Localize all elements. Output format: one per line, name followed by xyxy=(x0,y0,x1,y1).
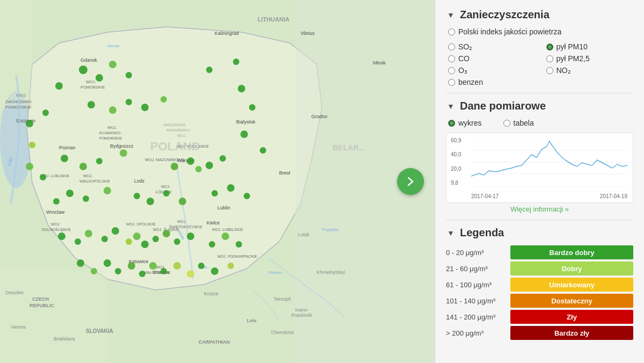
svg-point-100 xyxy=(206,162,213,169)
svg-point-97 xyxy=(171,163,178,170)
zanieczyszczenia-chevron[interactable]: ▼ xyxy=(446,10,456,20)
svg-point-105 xyxy=(104,187,111,194)
radio-no2-label: NO₂ xyxy=(557,66,571,75)
radio-tabela-input[interactable] xyxy=(503,120,510,127)
radio-benzen[interactable]: benzen xyxy=(448,78,536,86)
radio-no2-input[interactable] xyxy=(546,67,553,74)
svg-point-139 xyxy=(211,267,218,275)
svg-point-130 xyxy=(104,259,111,267)
map-next-button[interactable] xyxy=(397,168,424,195)
radio-wykres[interactable]: wykres xyxy=(448,119,482,127)
radio-so2[interactable]: SO₂ xyxy=(448,42,536,51)
dane-pomiarowe-section: ▼ Dane pomiarowe wykres tabela 60,9 40,0… xyxy=(446,100,633,213)
svg-text:WOJ.: WOJ. xyxy=(107,126,117,129)
svg-point-132 xyxy=(128,262,135,270)
radio-benzen-input[interactable] xyxy=(448,79,455,86)
radio-pm25[interactable]: pył PM2,5 xyxy=(546,54,634,63)
svg-text:WOJ.: WOJ. xyxy=(51,222,61,226)
svg-text:POMORSKIE: POMORSKIE xyxy=(80,85,105,90)
svg-point-122 xyxy=(163,230,170,237)
svg-point-85 xyxy=(109,106,116,114)
svg-point-137 xyxy=(187,270,194,278)
legenda-bar-3: Dostateczny xyxy=(510,294,633,308)
svg-text:POMORSKIE: POMORSKIE xyxy=(99,136,122,140)
svg-text:Lviv: Lviv xyxy=(247,318,257,323)
svg-text:Lodz: Lodz xyxy=(134,178,145,184)
radio-benzen-label: benzen xyxy=(458,78,483,86)
chart-container: 60,9 40,0 20,0 9,8 xyxy=(446,133,633,203)
svg-point-135 xyxy=(160,268,167,274)
svg-text:SLOVAKIA: SLOVAKIA xyxy=(86,328,113,334)
y-label-top: 60,9 xyxy=(451,137,461,143)
svg-point-106 xyxy=(134,193,140,199)
svg-point-125 xyxy=(209,241,215,248)
svg-text:Brest: Brest xyxy=(279,170,291,176)
svg-point-84 xyxy=(87,101,95,108)
radio-co[interactable]: CO xyxy=(448,54,536,63)
legenda-bar-2: Umiarkowany xyxy=(510,278,633,292)
radio-tabela[interactable]: tabela xyxy=(503,119,534,127)
dane-pomiarowe-chevron[interactable]: ▼ xyxy=(446,101,456,111)
radio-so2-label: SO₂ xyxy=(458,42,472,51)
radio-wykres-input[interactable] xyxy=(448,120,455,127)
radio-o3-input[interactable] xyxy=(448,67,455,74)
svg-text:DOLNOŚLĄSKIE: DOLNOŚLĄSKIE xyxy=(42,227,71,232)
legenda-bar-4: Zły xyxy=(510,310,633,324)
svg-text:Poznan: Poznan xyxy=(59,145,76,150)
legenda-row: 141 - 200 μg/m³Zły xyxy=(446,310,633,324)
svg-point-76 xyxy=(109,61,116,68)
svg-point-115 xyxy=(85,230,92,237)
legenda-row: 0 - 20 μg/m³Bardzo dobry xyxy=(446,245,633,259)
svg-text:Kielce: Kielce xyxy=(207,220,220,226)
svg-text:Khmelnytskyi: Khmelnytskyi xyxy=(317,270,345,275)
svg-text:CARPATHIAN: CARPATHIAN xyxy=(199,339,230,345)
legenda-range-5: > 200 μg/m³ xyxy=(446,329,510,337)
svg-point-101 xyxy=(219,155,226,162)
radio-co-label: CO xyxy=(458,54,470,63)
radio-so2-input[interactable] xyxy=(448,43,455,50)
svg-rect-2 xyxy=(0,0,32,107)
svg-point-138 xyxy=(198,263,204,269)
radio-polski-indeks-input[interactable] xyxy=(448,28,455,35)
divider-2 xyxy=(446,220,633,220)
radio-pm10-input[interactable] xyxy=(546,43,553,50)
legenda-section: ▼ Legenda 0 - 20 μg/m³Bardzo dobry21 - 6… xyxy=(446,227,633,340)
svg-point-109 xyxy=(179,198,186,205)
svg-point-82 xyxy=(42,110,49,116)
radio-polski-indeks[interactable]: Polski indeks jakości powietrza xyxy=(448,27,633,36)
legenda-range-2: 61 - 100 μg/m³ xyxy=(446,281,510,289)
radio-no2[interactable]: NO₂ xyxy=(546,66,634,75)
svg-text:Dniester: Dniester xyxy=(268,271,283,274)
svg-text:Bialystok: Bialystok xyxy=(236,119,256,125)
radio-pm25-input[interactable] xyxy=(546,55,553,62)
radio-pm10-label: pył PM10 xyxy=(557,42,588,51)
legenda-items: 0 - 20 μg/m³Bardzo dobry21 - 60 μg/m³Dob… xyxy=(446,245,633,340)
y-label-bot: 9,8 xyxy=(451,180,461,186)
svg-text:Gdansk: Gdansk xyxy=(80,57,98,63)
svg-text:Kosice: Kosice xyxy=(204,291,218,296)
radio-pm10[interactable]: pył PM10 xyxy=(546,42,634,51)
view-mode-row: wykres tabela xyxy=(446,119,633,127)
svg-point-99 xyxy=(195,166,202,172)
svg-point-136 xyxy=(173,262,181,270)
svg-text:LITHUANIA: LITHUANIA xyxy=(258,16,289,23)
map-container[interactable]: WOJ. ZACHODNIO- POMORSKIE WOJ. POMORSKIE… xyxy=(0,0,435,363)
svg-point-83 xyxy=(29,142,35,148)
svg-point-124 xyxy=(187,233,194,240)
svg-point-88 xyxy=(160,96,167,103)
legenda-row: 21 - 60 μg/m³Dobry xyxy=(446,262,633,275)
legenda-chevron[interactable]: ▼ xyxy=(446,228,456,238)
svg-point-134 xyxy=(149,262,157,270)
more-info-link[interactable]: Więcej informacji » xyxy=(446,205,633,213)
svg-text:CZECH: CZECH xyxy=(32,296,49,302)
svg-text:MAZURSKIE: MAZURSKIE xyxy=(164,123,186,127)
svg-point-79 xyxy=(206,67,213,73)
svg-text:Frankivsk: Frankivsk xyxy=(291,313,312,318)
radio-co-input[interactable] xyxy=(448,55,455,62)
svg-point-75 xyxy=(96,74,103,82)
svg-text:WOJ.: WOJ. xyxy=(86,79,96,84)
radio-o3[interactable]: O₃ xyxy=(448,66,536,75)
svg-point-127 xyxy=(236,241,242,248)
legenda-row: 101 - 140 μg/m³Dostateczny xyxy=(446,294,633,308)
legenda-bar-5: Bardzo zły xyxy=(510,326,633,340)
